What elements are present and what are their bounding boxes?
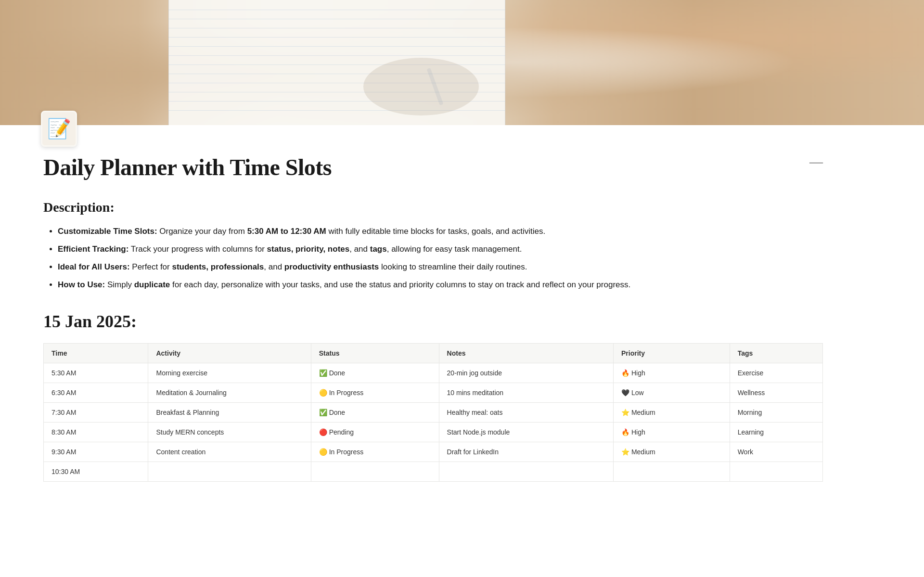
cell-activity: Morning exercise bbox=[148, 363, 311, 383]
planner-table: Time Activity Status Notes Priority Tags… bbox=[43, 343, 823, 482]
bullet-1: Customizable Time Slots: Organize your d… bbox=[58, 225, 823, 239]
minimize-button[interactable]: — bbox=[809, 154, 823, 169]
cell-activity: Breakfast & Planning bbox=[148, 402, 311, 422]
date-heading: 15 Jan 2025: bbox=[43, 311, 823, 332]
cell-time: 7:30 AM bbox=[44, 402, 148, 422]
col-header-tags: Tags bbox=[730, 343, 822, 363]
bullet-1-bold: Customizable Time Slots: bbox=[58, 227, 157, 236]
cell-notes bbox=[439, 462, 613, 481]
cell-priority: ⭐ Medium bbox=[614, 402, 730, 422]
description-heading: Description: bbox=[43, 200, 823, 215]
bullet-2-bold: Efficient Tracking: bbox=[58, 244, 128, 254]
bullet-3-users: students, professionals bbox=[172, 262, 264, 271]
svg-point-0 bbox=[363, 58, 479, 115]
cell-priority: 🔥 High bbox=[614, 363, 730, 383]
page-icon: 📝 bbox=[41, 111, 77, 147]
bullet-1-time: 5:30 AM to 12:30 AM bbox=[247, 227, 326, 236]
planner-section: 15 Jan 2025: Time Activity Status Notes … bbox=[43, 311, 823, 482]
col-header-status: Status bbox=[311, 343, 439, 363]
page-title: Daily Planner with Time Slots bbox=[43, 154, 823, 180]
bullet-3: Ideal for All Users: Perfect for student… bbox=[58, 260, 823, 274]
cell-priority: ⭐ Medium bbox=[614, 442, 730, 462]
cell-status: ✅ Done bbox=[311, 402, 439, 422]
table-row[interactable]: 5:30 AM Morning exercise ✅ Done 20-min j… bbox=[44, 363, 823, 383]
bullet-2-tags: tags bbox=[370, 244, 387, 254]
col-header-activity: Activity bbox=[148, 343, 311, 363]
cell-priority: 🖤 Low bbox=[614, 383, 730, 402]
cell-status bbox=[311, 462, 439, 481]
bullet-2: Efficient Tracking: Track your progress … bbox=[58, 243, 823, 256]
cell-notes: Draft for LinkedIn bbox=[439, 442, 613, 462]
cell-time: 6:30 AM bbox=[44, 383, 148, 402]
table-row[interactable]: 6:30 AM Meditation & Journaling 🟡 In Pro… bbox=[44, 383, 823, 402]
cell-time: 5:30 AM bbox=[44, 363, 148, 383]
cell-tags: Work bbox=[730, 442, 822, 462]
cell-status: 🔴 Pending bbox=[311, 422, 439, 442]
cell-tags: Morning bbox=[730, 402, 822, 422]
hand-pen-illustration bbox=[337, 38, 505, 125]
bullet-4: How to Use: Simply duplicate for each da… bbox=[58, 278, 823, 292]
bullet-4-bold: How to Use: bbox=[58, 280, 105, 289]
cell-tags: Wellness bbox=[730, 383, 822, 402]
col-header-time: Time bbox=[44, 343, 148, 363]
table-row[interactable]: 8:30 AM Study MERN concepts 🔴 Pending St… bbox=[44, 422, 823, 442]
hero-section: 📝 bbox=[0, 0, 924, 125]
header-row: Time Activity Status Notes Priority Tags bbox=[44, 343, 823, 363]
col-header-notes: Notes bbox=[439, 343, 613, 363]
table-row[interactable]: 9:30 AM Content creation 🟡 In Progress D… bbox=[44, 442, 823, 462]
cell-status: 🟡 In Progress bbox=[311, 383, 439, 402]
cell-activity: Meditation & Journaling bbox=[148, 383, 311, 402]
cell-tags bbox=[730, 462, 822, 481]
cell-activity: Study MERN concepts bbox=[148, 422, 311, 442]
cell-time: 8:30 AM bbox=[44, 422, 148, 442]
table-row[interactable]: 7:30 AM Breakfast & Planning ✅ Done Heal… bbox=[44, 402, 823, 422]
cell-time: 9:30 AM bbox=[44, 442, 148, 462]
table-row[interactable]: 10:30 AM bbox=[44, 462, 823, 481]
cell-tags: Learning bbox=[730, 422, 822, 442]
cell-tags: Exercise bbox=[730, 363, 822, 383]
title-row: Daily Planner with Time Slots — bbox=[43, 154, 823, 180]
cell-notes: Start Node.js module bbox=[439, 422, 613, 442]
cell-notes: 10 mins meditation bbox=[439, 383, 613, 402]
bullet-4-duplicate: duplicate bbox=[134, 280, 170, 289]
cell-status: 🟡 In Progress bbox=[311, 442, 439, 462]
cell-priority bbox=[614, 462, 730, 481]
table-header: Time Activity Status Notes Priority Tags bbox=[44, 343, 823, 363]
cell-notes: 20-min jog outside bbox=[439, 363, 613, 383]
col-header-priority: Priority bbox=[614, 343, 730, 363]
cell-status: ✅ Done bbox=[311, 363, 439, 383]
description-list: Customizable Time Slots: Organize your d… bbox=[43, 225, 823, 292]
bullet-3-enthusiasts: productivity enthusiasts bbox=[284, 262, 379, 271]
bullet-3-bold: Ideal for All Users: bbox=[58, 262, 130, 271]
cell-notes: Healthy meal: oats bbox=[439, 402, 613, 422]
bullet-2-items: status, priority, notes bbox=[267, 244, 350, 254]
cell-activity bbox=[148, 462, 311, 481]
cell-activity: Content creation bbox=[148, 442, 311, 462]
content-area: Daily Planner with Time Slots — Descript… bbox=[0, 125, 866, 501]
cell-priority: 🔥 High bbox=[614, 422, 730, 442]
cell-time: 10:30 AM bbox=[44, 462, 148, 481]
table-body: 5:30 AM Morning exercise ✅ Done 20-min j… bbox=[44, 363, 823, 481]
hero-image bbox=[0, 0, 924, 125]
description-section: Description: Customizable Time Slots: Or… bbox=[43, 200, 823, 292]
